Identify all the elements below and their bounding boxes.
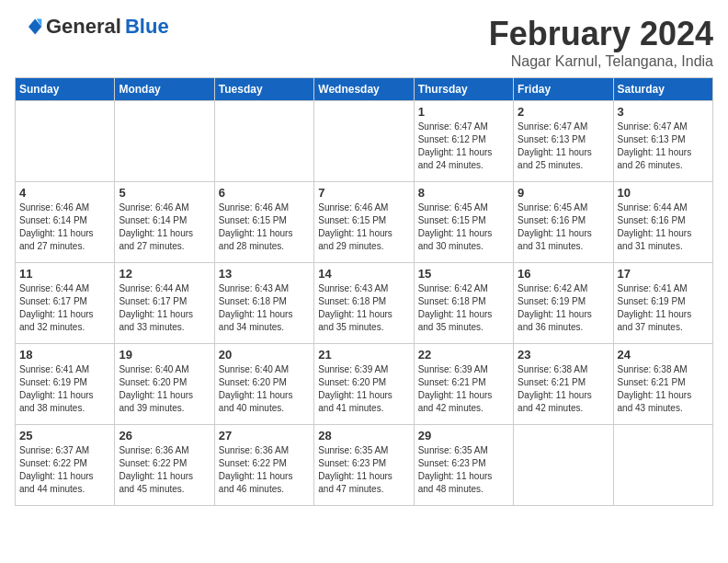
day-info: Sunrise: 6:44 AM Sunset: 6:17 PM Dayligh…: [119, 282, 210, 334]
calendar-cell: [115, 101, 214, 182]
calendar-cell: 26Sunrise: 6:36 AM Sunset: 6:22 PM Dayli…: [115, 425, 214, 506]
day-info: Sunrise: 6:37 AM Sunset: 6:22 PM Dayligh…: [19, 444, 110, 496]
calendar-cell: 12Sunrise: 6:44 AM Sunset: 6:17 PM Dayli…: [115, 263, 214, 344]
day-number: 10: [618, 186, 709, 200]
calendar-cell: 14Sunrise: 6:43 AM Sunset: 6:18 PM Dayli…: [314, 263, 414, 344]
calendar-cell: 11Sunrise: 6:44 AM Sunset: 6:17 PM Dayli…: [16, 263, 115, 344]
day-number: 25: [19, 429, 110, 442]
logo-general: General: [46, 15, 121, 39]
day-number: 12: [119, 267, 210, 281]
day-number: 11: [19, 267, 110, 281]
day-number: 1: [418, 105, 509, 119]
day-info: Sunrise: 6:47 AM Sunset: 6:13 PM Dayligh…: [618, 121, 709, 172]
month-title: February 2024: [489, 15, 713, 53]
calendar-cell: 3Sunrise: 6:47 AM Sunset: 6:13 PM Daylig…: [613, 101, 712, 182]
week-row: 18Sunrise: 6:41 AM Sunset: 6:19 PM Dayli…: [16, 344, 713, 425]
day-number: 4: [19, 186, 110, 200]
day-number: 17: [618, 267, 709, 281]
weekday-header: Thursday: [414, 78, 513, 101]
calendar-cell: 23Sunrise: 6:38 AM Sunset: 6:21 PM Dayli…: [514, 344, 613, 425]
calendar-cell: 18Sunrise: 6:41 AM Sunset: 6:19 PM Dayli…: [16, 344, 115, 425]
weekday-header: Tuesday: [214, 78, 313, 101]
logo-blue: Blue: [125, 15, 169, 39]
day-info: Sunrise: 6:39 AM Sunset: 6:21 PM Dayligh…: [418, 363, 509, 415]
day-number: 14: [318, 267, 409, 281]
weekday-header: Monday: [115, 78, 214, 101]
week-row: 25Sunrise: 6:37 AM Sunset: 6:22 PM Dayli…: [16, 425, 713, 506]
day-info: Sunrise: 6:45 AM Sunset: 6:16 PM Dayligh…: [518, 201, 609, 253]
day-number: 27: [219, 429, 310, 442]
calendar-cell: 24Sunrise: 6:38 AM Sunset: 6:21 PM Dayli…: [613, 344, 712, 425]
calendar-cell: [514, 425, 613, 506]
calendar-cell: 4Sunrise: 6:46 AM Sunset: 6:14 PM Daylig…: [16, 182, 115, 263]
day-number: 15: [418, 267, 509, 281]
day-info: Sunrise: 6:45 AM Sunset: 6:15 PM Dayligh…: [418, 201, 509, 253]
day-info: Sunrise: 6:43 AM Sunset: 6:18 PM Dayligh…: [219, 282, 310, 334]
calendar-cell: 10Sunrise: 6:44 AM Sunset: 6:16 PM Dayli…: [613, 182, 712, 263]
day-info: Sunrise: 6:47 AM Sunset: 6:13 PM Dayligh…: [518, 121, 609, 172]
day-info: Sunrise: 6:44 AM Sunset: 6:16 PM Dayligh…: [618, 201, 709, 253]
calendar-cell: 6Sunrise: 6:46 AM Sunset: 6:15 PM Daylig…: [214, 182, 313, 263]
day-info: Sunrise: 6:46 AM Sunset: 6:14 PM Dayligh…: [19, 201, 110, 253]
calendar-cell: 1Sunrise: 6:47 AM Sunset: 6:12 PM Daylig…: [414, 101, 513, 182]
calendar-cell: 2Sunrise: 6:47 AM Sunset: 6:13 PM Daylig…: [514, 101, 613, 182]
calendar-cell: 27Sunrise: 6:36 AM Sunset: 6:22 PM Dayli…: [214, 425, 313, 506]
header-row: SundayMondayTuesdayWednesdayThursdayFrid…: [16, 78, 713, 101]
logo: General Blue: [15, 15, 169, 39]
day-info: Sunrise: 6:41 AM Sunset: 6:19 PM Dayligh…: [618, 282, 709, 334]
day-info: Sunrise: 6:39 AM Sunset: 6:20 PM Dayligh…: [318, 363, 409, 415]
calendar-cell: 13Sunrise: 6:43 AM Sunset: 6:18 PM Dayli…: [214, 263, 313, 344]
day-number: 3: [618, 105, 709, 119]
weekday-header: Sunday: [16, 78, 115, 101]
day-info: Sunrise: 6:38 AM Sunset: 6:21 PM Dayligh…: [518, 363, 609, 415]
calendar-cell: 25Sunrise: 6:37 AM Sunset: 6:22 PM Dayli…: [16, 425, 115, 506]
day-info: Sunrise: 6:47 AM Sunset: 6:12 PM Dayligh…: [418, 121, 509, 172]
calendar-cell: 17Sunrise: 6:41 AM Sunset: 6:19 PM Dayli…: [613, 263, 712, 344]
day-number: 2: [518, 105, 609, 119]
location-title: Nagar Karnul, Telangana, India: [489, 53, 713, 70]
calendar-table: SundayMondayTuesdayWednesdayThursdayFrid…: [15, 77, 713, 506]
calendar-cell: 8Sunrise: 6:45 AM Sunset: 6:15 PM Daylig…: [414, 182, 513, 263]
day-info: Sunrise: 6:41 AM Sunset: 6:19 PM Dayligh…: [19, 363, 110, 415]
title-area: February 2024 Nagar Karnul, Telangana, I…: [489, 15, 713, 70]
day-number: 26: [119, 429, 210, 442]
week-row: 11Sunrise: 6:44 AM Sunset: 6:17 PM Dayli…: [16, 263, 713, 344]
day-info: Sunrise: 6:36 AM Sunset: 6:22 PM Dayligh…: [219, 444, 310, 496]
calendar-cell: 16Sunrise: 6:42 AM Sunset: 6:19 PM Dayli…: [514, 263, 613, 344]
day-info: Sunrise: 6:35 AM Sunset: 6:23 PM Dayligh…: [418, 444, 509, 496]
day-info: Sunrise: 6:40 AM Sunset: 6:20 PM Dayligh…: [119, 363, 210, 415]
weekday-header: Friday: [514, 78, 613, 101]
day-number: 20: [219, 348, 310, 362]
calendar-cell: [613, 425, 712, 506]
calendar-cell: 5Sunrise: 6:46 AM Sunset: 6:14 PM Daylig…: [115, 182, 214, 263]
calendar-cell: 20Sunrise: 6:40 AM Sunset: 6:20 PM Dayli…: [214, 344, 313, 425]
day-info: Sunrise: 6:38 AM Sunset: 6:21 PM Dayligh…: [618, 363, 709, 415]
day-number: 28: [318, 429, 409, 442]
day-info: Sunrise: 6:36 AM Sunset: 6:22 PM Dayligh…: [119, 444, 210, 496]
calendar-cell: 7Sunrise: 6:46 AM Sunset: 6:15 PM Daylig…: [314, 182, 414, 263]
calendar-cell: 28Sunrise: 6:35 AM Sunset: 6:23 PM Dayli…: [314, 425, 414, 506]
calendar-cell: 22Sunrise: 6:39 AM Sunset: 6:21 PM Dayli…: [414, 344, 513, 425]
day-number: 5: [119, 186, 210, 200]
day-info: Sunrise: 6:42 AM Sunset: 6:18 PM Dayligh…: [418, 282, 509, 334]
day-info: Sunrise: 6:44 AM Sunset: 6:17 PM Dayligh…: [19, 282, 110, 334]
week-row: 4Sunrise: 6:46 AM Sunset: 6:14 PM Daylig…: [16, 182, 713, 263]
day-info: Sunrise: 6:42 AM Sunset: 6:19 PM Dayligh…: [518, 282, 609, 334]
calendar-cell: 19Sunrise: 6:40 AM Sunset: 6:20 PM Dayli…: [115, 344, 214, 425]
day-number: 8: [418, 186, 509, 200]
day-number: 19: [119, 348, 210, 362]
day-info: Sunrise: 6:46 AM Sunset: 6:15 PM Dayligh…: [219, 201, 310, 253]
day-number: 22: [418, 348, 509, 362]
day-number: 7: [318, 186, 409, 200]
day-number: 21: [318, 348, 409, 362]
day-info: Sunrise: 6:46 AM Sunset: 6:15 PM Dayligh…: [318, 201, 409, 253]
calendar-cell: [214, 101, 313, 182]
day-info: Sunrise: 6:46 AM Sunset: 6:14 PM Dayligh…: [119, 201, 210, 253]
day-number: 18: [19, 348, 110, 362]
calendar-cell: 15Sunrise: 6:42 AM Sunset: 6:18 PM Dayli…: [414, 263, 513, 344]
day-number: 23: [518, 348, 609, 362]
day-number: 24: [618, 348, 709, 362]
weekday-header: Wednesday: [314, 78, 414, 101]
calendar-cell: [16, 101, 115, 182]
day-info: Sunrise: 6:43 AM Sunset: 6:18 PM Dayligh…: [318, 282, 409, 334]
